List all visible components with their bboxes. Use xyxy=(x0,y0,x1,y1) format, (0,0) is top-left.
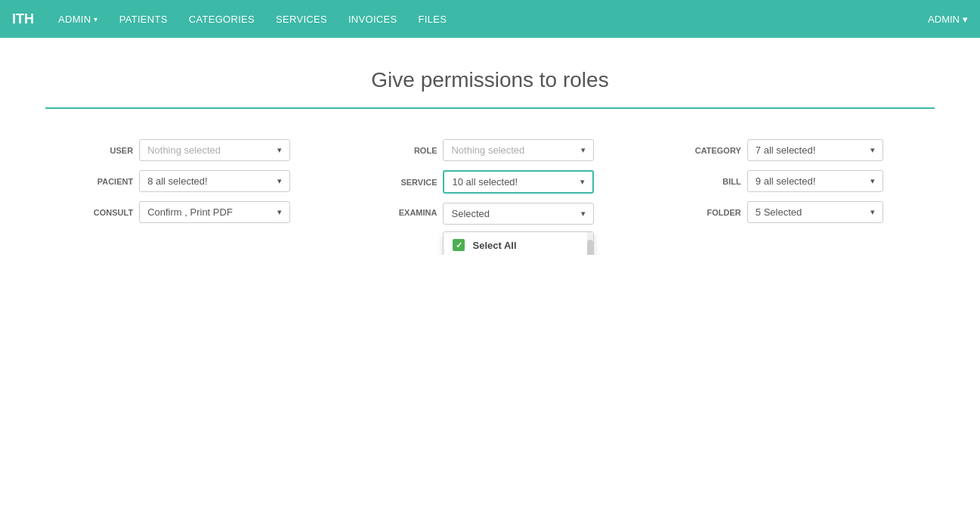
consult-label: CONSULT xyxy=(80,208,133,217)
nav-item-services[interactable]: SERVICES xyxy=(267,0,336,38)
service-dropdown[interactable]: 10 all selected! ▾ xyxy=(443,170,594,194)
category-row: CATEGORY 7 all selected! ▾ xyxy=(688,139,900,161)
consult-row: CONSULT Confirm , Print PDF ▾ xyxy=(80,201,292,223)
pacient-dropdown-arrow-icon: ▾ xyxy=(277,176,282,186)
role-dropdown[interactable]: Nothing selected ▾ xyxy=(443,139,594,161)
service-label: SERVICE xyxy=(384,178,437,187)
examina-dropdown-container: Selected ▾ Select All Search after Filte… xyxy=(443,203,594,225)
bill-row: BILL 9 all selected! ▾ xyxy=(688,170,900,192)
select-all-item[interactable]: Select All xyxy=(444,232,593,255)
page-content: Give permissions to roles USER Nothing s… xyxy=(0,38,980,255)
select-all-checkbox[interactable] xyxy=(453,239,465,251)
service-dropdown-menu: Select All Search after Filtering Search xyxy=(443,231,594,255)
role-dropdown-arrow-icon: ▾ xyxy=(581,145,586,155)
right-column: CATEGORY 7 all selected! ▾ BILL 9 all se… xyxy=(688,139,900,223)
admin-caret-icon: ▾ xyxy=(963,14,968,25)
consult-dropdown-arrow-icon: ▾ xyxy=(277,207,282,217)
permissions-grid: USER Nothing selected ▾ PACIENT 8 all se… xyxy=(45,139,935,225)
nav-item-categories[interactable]: CATEGORIES xyxy=(180,0,264,38)
user-label: USER xyxy=(80,146,133,155)
bill-dropdown[interactable]: 9 all selected! ▾ xyxy=(747,170,883,192)
role-label: ROLE xyxy=(384,146,437,155)
category-dropdown[interactable]: 7 all selected! ▾ xyxy=(747,139,883,161)
nav-item-invoices[interactable]: INVOICES xyxy=(339,0,407,38)
consult-dropdown[interactable]: Confirm , Print PDF ▾ xyxy=(139,201,290,223)
service-row: SERVICE 10 all selected! ▾ xyxy=(384,170,595,194)
examina-dropdown[interactable]: Selected ▾ xyxy=(443,203,594,225)
folder-row: FOLDER 5 Selected ▾ xyxy=(688,201,900,223)
brand[interactable]: ITH xyxy=(12,11,34,27)
bill-dropdown-arrow-icon: ▾ xyxy=(870,176,875,186)
bill-label: BILL xyxy=(688,177,741,186)
examina-row: EXAMINA Selected ▾ Select All xyxy=(384,203,595,225)
folder-dropdown[interactable]: 5 Selected ▾ xyxy=(747,201,883,223)
navbar: ITH ADMIN ▾ PATIENTS CATEGORIES SERVICES… xyxy=(0,0,980,38)
pacient-label: PACIENT xyxy=(80,177,133,186)
page-title: Give permissions to roles xyxy=(45,68,935,92)
caret-icon: ▾ xyxy=(94,15,97,23)
service-dropdown-arrow-icon: ▾ xyxy=(580,177,585,187)
nav-item-files[interactable]: FILES xyxy=(409,0,456,38)
divider xyxy=(45,107,935,109)
nav-items: ADMIN ▾ PATIENTS CATEGORIES SERVICES INV… xyxy=(49,0,928,38)
nav-item-patients[interactable]: PATIENTS xyxy=(110,0,177,38)
role-row: ROLE Nothing selected ▾ xyxy=(384,139,595,161)
scrollbar-thumb[interactable] xyxy=(587,240,593,255)
category-dropdown-arrow-icon: ▾ xyxy=(870,145,875,155)
examina-dropdown-arrow-icon: ▾ xyxy=(581,209,586,219)
user-row: USER Nothing selected ▾ xyxy=(80,139,292,161)
scrollbar-track[interactable] xyxy=(587,232,593,255)
navbar-admin-right[interactable]: ADMIN ▾ xyxy=(928,14,968,25)
middle-column: ROLE Nothing selected ▾ SERVICE 10 all s… xyxy=(384,139,595,225)
category-label: CATEGORY xyxy=(688,146,741,155)
examina-label: EXAMINA xyxy=(384,208,437,217)
folder-label: FOLDER xyxy=(688,208,741,217)
nav-item-admin[interactable]: ADMIN ▾ xyxy=(49,0,107,38)
user-dropdown[interactable]: Nothing selected ▾ xyxy=(139,139,290,161)
pacient-dropdown[interactable]: 8 all selected! ▾ xyxy=(139,170,290,192)
folder-dropdown-arrow-icon: ▾ xyxy=(870,207,875,217)
user-dropdown-arrow-icon: ▾ xyxy=(277,145,282,155)
left-column: USER Nothing selected ▾ PACIENT 8 all se… xyxy=(80,139,292,223)
pacient-row: PACIENT 8 all selected! ▾ xyxy=(80,170,292,192)
